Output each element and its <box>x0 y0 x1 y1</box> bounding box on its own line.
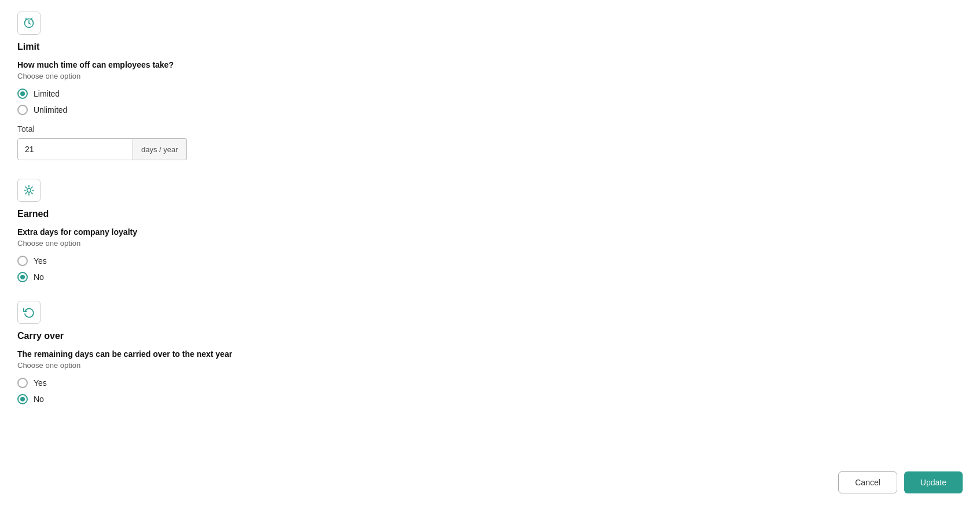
limit-question: How much time off can employees take? <box>17 60 388 69</box>
limit-label-unlimited: Unlimited <box>34 105 67 115</box>
carryover-label-no: No <box>34 395 44 404</box>
page-container: Limit How much time off can employees ta… <box>0 0 405 434</box>
carryover-option-no[interactable]: No <box>17 394 388 404</box>
carryover-radio-no[interactable] <box>17 394 28 404</box>
earned-label-no: No <box>34 272 44 282</box>
footer-buttons: Cancel Update <box>838 471 963 493</box>
earned-radio-group: Yes No <box>17 256 388 282</box>
earned-option-no[interactable]: No <box>17 272 388 282</box>
limit-section: Limit How much time off can employees ta… <box>17 12 388 160</box>
cancel-button[interactable]: Cancel <box>838 471 897 493</box>
earned-question: Extra days for company loyalty <box>17 227 388 237</box>
earned-title: Earned <box>17 209 388 219</box>
svg-line-11 <box>25 193 27 194</box>
earned-option-yes[interactable]: Yes <box>17 256 388 266</box>
svg-line-9 <box>31 193 32 194</box>
limit-option-limited[interactable]: Limited <box>17 89 388 99</box>
clock-icon <box>23 17 35 29</box>
total-input-group: days / year <box>17 138 388 160</box>
earned-section: Earned Extra days for company loyalty Ch… <box>17 179 388 282</box>
carryover-title: Carry over <box>17 331 388 341</box>
earned-sub: Choose one option <box>17 239 388 248</box>
carryover-option-yes[interactable]: Yes <box>17 378 388 388</box>
svg-line-8 <box>25 187 27 188</box>
carryover-section: Carry over The remaining days can be car… <box>17 301 388 404</box>
limit-radio-unlimited[interactable] <box>17 105 28 115</box>
earned-radio-yes[interactable] <box>17 256 28 266</box>
limit-icon-box <box>17 12 41 35</box>
carryover-sub: Choose one option <box>17 361 388 370</box>
limit-label-limited: Limited <box>34 89 60 98</box>
svg-line-10 <box>31 187 32 188</box>
total-unit: days / year <box>133 138 187 160</box>
limit-radio-group: Limited Unlimited <box>17 89 388 115</box>
carryover-icon-box <box>17 301 41 324</box>
limit-option-unlimited[interactable]: Unlimited <box>17 105 388 115</box>
refresh-icon <box>23 307 35 318</box>
limit-title: Limit <box>17 42 388 52</box>
earned-icon-box <box>17 179 41 202</box>
earned-radio-no[interactable] <box>17 272 28 282</box>
total-section: Total days / year <box>17 124 388 160</box>
update-button[interactable]: Update <box>904 471 963 493</box>
star-icon <box>23 185 35 196</box>
carryover-radio-group: Yes No <box>17 378 388 404</box>
limit-radio-limited[interactable] <box>17 89 28 99</box>
carryover-radio-yes[interactable] <box>17 378 28 388</box>
svg-point-3 <box>27 189 31 193</box>
carryover-label-yes: Yes <box>34 378 47 388</box>
total-input[interactable] <box>17 138 133 160</box>
total-label: Total <box>17 124 388 134</box>
carryover-question: The remaining days can be carried over t… <box>17 349 388 359</box>
limit-sub: Choose one option <box>17 72 388 80</box>
earned-label-yes: Yes <box>34 256 47 266</box>
